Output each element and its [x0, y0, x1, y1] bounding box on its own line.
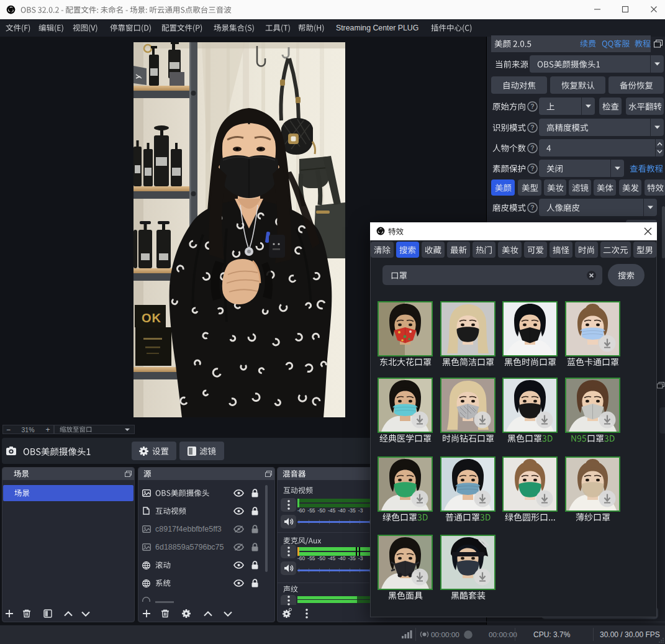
svg-text:?: ?: [530, 102, 534, 110]
svg-text:?: ?: [530, 165, 534, 172]
svg-text:?: ?: [530, 124, 534, 131]
svg-text:OK: OK: [142, 311, 161, 325]
svg-text:?: ?: [530, 144, 534, 152]
svg-text:?: ?: [530, 204, 534, 211]
